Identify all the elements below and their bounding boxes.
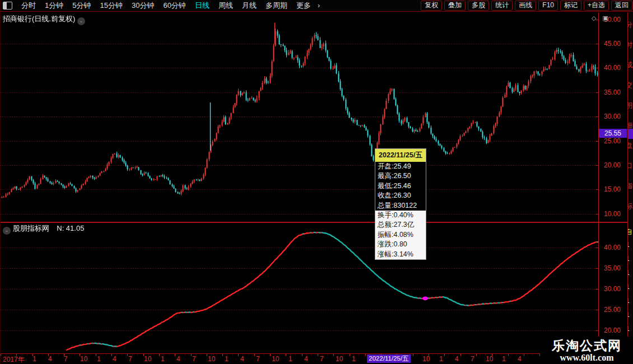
time-axis-label: 1 [161, 355, 165, 363]
time-axis-label: 10 [272, 355, 279, 363]
strip-count-glyph: 1 [627, 283, 633, 291]
strip-glyph: 细 [627, 121, 633, 130]
time-axis-ticks [1, 354, 627, 356]
candle-info-tooltip: 2022/11/25/五 开盘:25.49 最高:26.50 最低:25.46 … [375, 148, 426, 260]
tab-daily[interactable]: 日线 [190, 0, 214, 11]
watermark: 乐淘公式网 www.60lt.com [540, 337, 633, 364]
tab-30min[interactable]: 30分钟 [127, 0, 159, 11]
tab-multi-period[interactable]: 多周期 [261, 0, 292, 11]
trading-app-window: 分时 1分钟 5分钟 15分钟 30分钟 60分钟 日线 周线 月线 多周期 更… [0, 0, 633, 364]
main-candlestick-chart[interactable] [1, 12, 599, 222]
tab-monthly[interactable]: 月线 [238, 0, 261, 11]
time-axis-label: 1 [502, 355, 506, 363]
price-axis-label: 35.00 [599, 88, 626, 96]
time-axis-label: 10 [80, 355, 87, 363]
tooltip-date: 2022/11/25/五 [375, 149, 426, 162]
tab-weekly[interactable]: 周线 [214, 0, 238, 11]
watermark-site-name: 乐淘公式网 [552, 338, 622, 353]
price-axis-label: 20.00 [599, 161, 626, 169]
time-axis-label: 4 [518, 355, 522, 363]
chevron-down-icon[interactable]: ⌄ [3, 227, 11, 235]
strip-glyph: 指 [627, 181, 633, 191]
tooltip-ohlc-section: 开盘:25.49 最高:26.50 最低:25.46 收盘:26.30 总量:8… [375, 162, 426, 211]
tab-5min[interactable]: 5分钟 [68, 0, 95, 11]
time-axis-label: 7 [320, 355, 324, 363]
strip-glyph: 明 [627, 101, 633, 110]
time-axis-label: 4 [455, 355, 459, 363]
time-axis-label: 1 [32, 355, 36, 363]
time-axis-label: 7 [256, 355, 260, 363]
tooltip-change: 涨跌:0.80 [375, 240, 426, 249]
indicator-value: N: 41.05 [57, 224, 84, 232]
window-layout-icon[interactable] [3, 2, 12, 10]
price-axis-label: 30.00 [599, 113, 626, 120]
strip-count-glyph: 1 [627, 255, 633, 263]
tooltip-open: 开盘:25.49 [375, 162, 426, 171]
indicator-chart[interactable] [1, 223, 599, 353]
period-toolbar: 分时 1分钟 5分钟 15分钟 30分钟 60分钟 日线 周线 月线 多周期 更… [1, 0, 633, 12]
time-axis-label: 7 [471, 355, 474, 363]
right-edge-panel-sliver: 分时成交明细盘口指标自11111111 [627, 12, 633, 364]
price-axis-label: 15.00 [599, 185, 626, 193]
time-axis-label: 10 [422, 355, 430, 363]
indicator-axis-label: 40.00 [599, 244, 626, 251]
time-axis-label: 7 [192, 355, 196, 363]
indicator-axis-label: 30.00 [599, 285, 626, 293]
strip-glyph: 分 [627, 20, 633, 30]
strip-glyph: 交 [627, 81, 633, 90]
chart-corner-icons[interactable]: ◇ ▣ [592, 15, 611, 22]
time-axis: 2022/11/25/五 2017年1471014710147101471014… [1, 353, 627, 363]
tab-15min[interactable]: 15分钟 [95, 0, 127, 11]
statistics-button[interactable]: 统计 [491, 1, 513, 11]
price-axis-label: 10.00 [599, 210, 626, 218]
tab-fenshi[interactable]: 分时 [17, 0, 40, 11]
price-axis-label: 45.00 [599, 40, 626, 48]
time-axis-label: 1 [439, 355, 443, 363]
strip-glyph: 标 [627, 202, 633, 211]
strip-glyph: 时 [627, 40, 633, 50]
tooltip-amount: 总额:27.3亿 [375, 220, 426, 230]
time-axis-label: 10 [336, 355, 343, 363]
price-axis-label: 40.00 [599, 64, 626, 72]
time-axis-label: 4 [48, 355, 52, 363]
time-axis-label: 4 [113, 355, 117, 363]
tooltip-change-pct: 涨幅:3.14% [375, 250, 426, 259]
strip-watch-glyph: 自 [627, 227, 633, 237]
indicator-value-axis: 40.0035.0030.0025.0020.00 [599, 222, 627, 353]
mark-button[interactable]: 标记 [560, 1, 581, 11]
main-chart-title-row: 招商银行(日线.前复权) ⌄ [3, 14, 85, 25]
indicator-axis-label: 25.00 [599, 306, 626, 314]
panel-divider[interactable] [1, 222, 627, 223]
strip-count-glyph: 1 [627, 269, 633, 277]
time-axis-label: 7 [64, 355, 68, 363]
indicator-title-row: ⌄ 股朋指标网 N: 41.05 [3, 223, 84, 235]
chevron-down-icon[interactable]: ⌄ [77, 17, 85, 25]
multi-stock-button[interactable]: 多股 [468, 1, 489, 11]
tooltip-low: 最低:25.46 [375, 181, 426, 191]
indicator-axis-label: 20.00 [599, 326, 626, 334]
tooltip-amplitude: 振幅:4.08% [375, 230, 426, 240]
tooltip-volume: 总量:830122 [375, 201, 426, 211]
f10-button[interactable]: F10 [538, 1, 558, 11]
tab-60min[interactable]: 60分钟 [159, 0, 190, 11]
indicator-axis-label: 35.00 [599, 264, 626, 272]
strip-count-glyph: 1 [627, 325, 633, 333]
adjust-rights-button[interactable]: 复权 [421, 1, 442, 11]
cursor-date-tag: 2022/11/25/五 [367, 354, 411, 363]
time-axis-label: 4 [304, 355, 308, 363]
overlay-button[interactable]: 叠加 [444, 1, 466, 11]
draw-line-button[interactable]: 画线 [515, 1, 536, 11]
page-title: 招商银行(日线.前复权) [3, 15, 75, 23]
strip-count-glyph: 1 [627, 311, 633, 319]
strip-glyph: 口 [627, 161, 633, 171]
time-axis-label: 2017年 [3, 355, 25, 364]
strip-count-glyph: 1 [627, 297, 633, 305]
time-axis-label: 7 [128, 355, 132, 363]
tab-more[interactable]: 更多 [292, 0, 315, 11]
time-axis-label: 1 [225, 355, 229, 363]
watermark-url: www.60lt.com [560, 353, 614, 363]
chevron-right-icon: › [315, 2, 322, 10]
time-axis-label: 10 [208, 355, 215, 363]
tab-1min[interactable]: 1分钟 [40, 0, 68, 11]
time-axis-label: 1 [97, 355, 101, 363]
